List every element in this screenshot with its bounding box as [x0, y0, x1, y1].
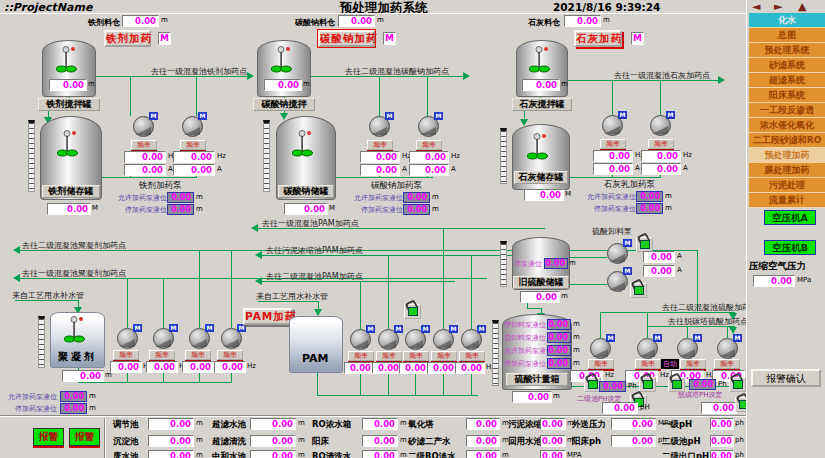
- unit-label: M: [565, 190, 571, 199]
- unit-label: A: [683, 164, 688, 173]
- motor-badge: M: [198, 112, 207, 120]
- compressor-a-button[interactable]: 空压机A: [764, 210, 816, 225]
- meter-field-setpoint[interactable]: 0.00: [547, 319, 571, 330]
- ph-setpoint[interactable]: 0.00: [689, 379, 716, 390]
- freq-button[interactable]: 频率: [714, 359, 740, 369]
- pump-current-readout: 0.00: [124, 164, 166, 176]
- sidebar-item-sandfilter[interactable]: 砂滤系统: [749, 58, 825, 73]
- iron-pump-1[interactable]: M: [133, 116, 154, 137]
- allow-level-setpoint[interactable]: 0.00: [403, 192, 430, 203]
- freq-button[interactable]: 频率: [403, 351, 429, 361]
- ph-setpoint[interactable]: 0.00: [599, 381, 626, 392]
- sidebar-item-pretreatment[interactable]: 预处理系统: [749, 43, 825, 58]
- freq-button[interactable]: 频率: [600, 139, 626, 149]
- freq-button[interactable]: 频率: [113, 350, 139, 360]
- lime-dose-button[interactable]: 石灰加药: [574, 30, 622, 47]
- pam-pump-5[interactable]: M: [461, 329, 482, 350]
- unlock-icon[interactable]: [639, 377, 656, 392]
- soda-pump-2[interactable]: M: [418, 116, 439, 137]
- meter-field-setpoint[interactable]: 0.00: [547, 332, 571, 343]
- sidebar-item-flowtotal[interactable]: 流量累计: [749, 193, 825, 208]
- sidebar-item-huashui[interactable]: 化水: [749, 13, 825, 28]
- iron-dose-mode-box[interactable]: M: [158, 32, 171, 45]
- acid-pump-4[interactable]: M: [717, 338, 738, 359]
- stop-level-setpoint[interactable]: 0.00: [60, 403, 87, 414]
- freq-button[interactable]: 频率: [180, 140, 206, 150]
- pam-pump-2[interactable]: M: [378, 329, 399, 350]
- soda-dose-mode-box[interactable]: M: [383, 32, 396, 45]
- allow-level-setpoint[interactable]: 0.00: [60, 391, 87, 402]
- auto-mode-badge[interactable]: 自动: [661, 359, 679, 369]
- coag-pump-3[interactable]: M: [189, 328, 210, 349]
- freq-button[interactable]: 频率: [635, 359, 661, 369]
- unit-label: m: [400, 419, 407, 428]
- acid-unload-pump-2[interactable]: M: [607, 271, 628, 292]
- coag-pump-2[interactable]: M: [153, 328, 174, 349]
- freq-button[interactable]: 频率: [185, 350, 211, 360]
- sidebar-item-overview[interactable]: 总图: [749, 28, 825, 43]
- sidebar-item-catalytic[interactable]: 浓水催化氧化: [749, 118, 825, 133]
- iron-pump-2[interactable]: M: [182, 116, 203, 137]
- allow-level-setpoint[interactable]: 0.00: [636, 191, 663, 202]
- sidebar-item-ultrafilter[interactable]: 超滤系统: [749, 73, 825, 88]
- unit-label: ph: [735, 436, 744, 445]
- freq-button[interactable]: 频率: [588, 359, 614, 369]
- stop-level-setpoint[interactable]: 0.00: [636, 203, 663, 214]
- coag-pump-4[interactable]: M: [221, 328, 242, 349]
- sidebar-item-cationbed[interactable]: 阳床系统: [749, 88, 825, 103]
- unlock-icon[interactable]: [404, 304, 421, 319]
- unit-label: m: [561, 80, 568, 89]
- soda-pump-1[interactable]: M: [369, 116, 390, 137]
- stop-level-setpoint[interactable]: 0.00: [403, 204, 430, 215]
- motor-badge: M: [149, 112, 158, 120]
- sidebar-item-membranedosing[interactable]: 膜处理加药: [749, 163, 825, 178]
- freq-button[interactable]: 频率: [376, 351, 402, 361]
- unlock-icon[interactable]: [729, 377, 746, 392]
- lime-pump-2[interactable]: M: [650, 115, 671, 136]
- freq-button[interactable]: 频率: [348, 351, 374, 361]
- stop-level-setpoint[interactable]: 0.00: [167, 204, 194, 215]
- back-icon[interactable]: ◄: [752, 0, 760, 13]
- lime-dose-mode-box[interactable]: M: [631, 32, 644, 45]
- pam-pump-1[interactable]: M: [350, 329, 371, 350]
- acid-pump-1[interactable]: M: [590, 338, 611, 359]
- iron-dose-button[interactable]: 铁剂加药: [104, 30, 151, 47]
- freq-button[interactable]: 频率: [217, 350, 243, 360]
- pam-pump-3[interactable]: M: [405, 329, 426, 350]
- status-label: 回用水池: [508, 436, 542, 448]
- soda-dose-button[interactable]: 碳酸钠加药: [318, 30, 375, 47]
- acid-pump-3[interactable]: M: [677, 338, 698, 359]
- sidebar-item-predosing[interactable]: 预处理加药: [749, 148, 825, 163]
- old-tank-stop-setpoint[interactable]: 0.00: [544, 258, 568, 269]
- pam-dose-button[interactable]: PAM加药: [243, 308, 293, 325]
- up-icon[interactable]: ▲: [798, 0, 806, 13]
- forward-icon[interactable]: ►: [774, 0, 782, 13]
- freq-button[interactable]: 频率: [680, 359, 706, 369]
- pam-pump-4[interactable]: M: [433, 329, 454, 350]
- alarm-ack-button[interactable]: 报警确认: [751, 369, 821, 387]
- unlock-icon[interactable]: [636, 237, 653, 252]
- sidebar-item-ro1[interactable]: 一工段反渗透: [749, 103, 825, 118]
- meter-field-setpoint[interactable]: 0.00: [547, 345, 571, 356]
- freq-button[interactable]: 频率: [131, 140, 157, 150]
- sidebar-item-stage2-ro[interactable]: 二工段砂滤和RO: [749, 133, 825, 148]
- coag-pump-1[interactable]: M: [117, 328, 138, 349]
- freq-button[interactable]: 频率: [367, 140, 393, 150]
- compressor-b-button[interactable]: 空压机B: [764, 240, 816, 255]
- meter-field-setpoint[interactable]: 0.00: [547, 358, 571, 369]
- acid-unload-pump-1[interactable]: M: [607, 243, 628, 264]
- lime-pump-1[interactable]: M: [602, 115, 623, 136]
- allow-level-setpoint[interactable]: 0.00: [167, 192, 194, 203]
- pipe-segment: [471, 374, 472, 395]
- freq-button[interactable]: 频率: [459, 351, 485, 361]
- freq-button[interactable]: 频率: [149, 350, 175, 360]
- unlock-icon[interactable]: [630, 283, 647, 298]
- freq-button[interactable]: 频率: [431, 351, 457, 361]
- freq-button[interactable]: 频率: [648, 139, 674, 149]
- alarm-button-1[interactable]: 报警: [33, 428, 64, 446]
- pipe-segment: [471, 256, 472, 329]
- alarm-button-2[interactable]: 报警: [69, 428, 100, 446]
- acid-pump-2[interactable]: M: [637, 338, 658, 359]
- sidebar-item-sludge[interactable]: 污泥处理: [749, 178, 825, 193]
- freq-button[interactable]: 频率: [416, 140, 442, 150]
